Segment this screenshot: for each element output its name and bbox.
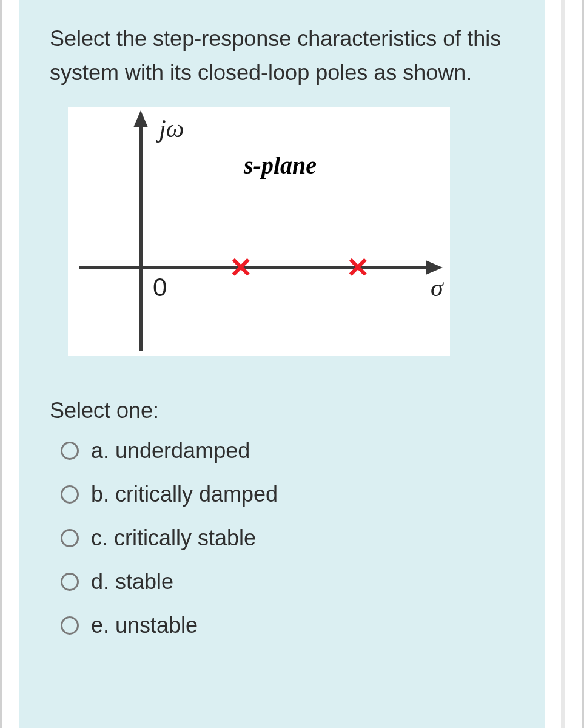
options-group: a. underdamped b. critically damped c. c…	[61, 438, 515, 638]
pole-marker: ✕	[346, 252, 370, 283]
select-one-prompt: Select one:	[50, 398, 515, 423]
option-d[interactable]: d. stable	[61, 569, 515, 595]
radio-icon[interactable]	[61, 616, 79, 635]
option-label: c. critically stable	[91, 525, 256, 551]
option-c[interactable]: c. critically stable	[61, 525, 515, 551]
question-text: Select the step-response characteristics…	[50, 22, 515, 90]
page-frame: Select the step-response characteristics…	[0, 0, 584, 728]
option-label: d. stable	[91, 569, 173, 595]
radio-icon[interactable]	[61, 573, 79, 591]
question-card: Select the step-response characteristics…	[19, 0, 545, 728]
radio-icon[interactable]	[61, 485, 79, 504]
s-plane-diagram: jω s-plane 0 σ ✕ ✕	[68, 107, 450, 356]
option-label: e. unstable	[91, 613, 198, 638]
option-label: a. underdamped	[91, 438, 250, 463]
option-a[interactable]: a. underdamped	[61, 438, 515, 463]
imag-axis-label: jω	[156, 115, 184, 143]
radio-icon[interactable]	[61, 529, 79, 547]
real-axis-arrowhead	[426, 260, 443, 275]
pole-marker: ✕	[229, 252, 253, 283]
imag-axis-arrowhead	[133, 110, 148, 127]
plane-label: s-plane	[243, 152, 317, 179]
origin-label: 0	[153, 273, 167, 302]
option-e[interactable]: e. unstable	[61, 613, 515, 638]
real-axis-label: σ	[431, 274, 445, 302]
option-label: b. critically damped	[91, 482, 278, 507]
content-column: Select the step-response characteristics…	[19, 0, 565, 728]
radio-icon[interactable]	[61, 442, 79, 460]
option-b[interactable]: b. critically damped	[61, 482, 515, 507]
